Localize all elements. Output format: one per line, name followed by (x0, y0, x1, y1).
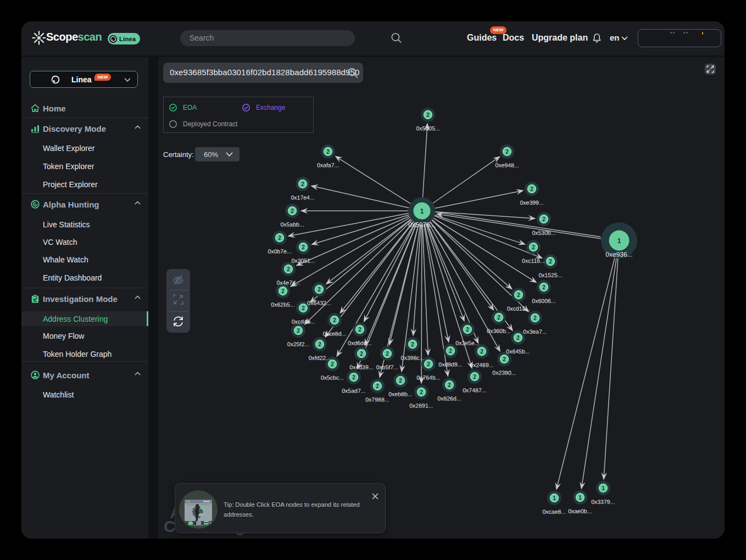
svg-text:2: 2 (516, 335, 520, 341)
svg-text:0x398c...: 0x398c... (401, 355, 425, 361)
svg-text:0x6432...: 0x6432... (307, 299, 331, 306)
svg-text:2: 2 (333, 317, 336, 323)
svg-text:0x2691...: 0x2691... (409, 402, 433, 409)
svg-text:2: 2 (411, 341, 414, 348)
svg-text:0xcd48...: 0xcd48... (292, 318, 315, 324)
svg-text:2: 2 (530, 186, 533, 192)
svg-text:2: 2 (427, 361, 430, 367)
svg-text:2: 2 (466, 327, 469, 333)
svg-text:0x645b...: 0x645b... (506, 348, 530, 355)
svg-text:0x764b...: 0x764b... (416, 374, 440, 381)
svg-text:0x4d39...: 0x4d39... (349, 363, 373, 370)
svg-text:2: 2 (533, 315, 537, 321)
svg-text:0x530b...: 0x530b... (532, 229, 555, 236)
svg-text:2: 2 (426, 112, 430, 118)
svg-text:0x3379...: 0x3379... (591, 499, 615, 505)
svg-text:0x5a05...: 0x5a05... (416, 125, 440, 132)
svg-text:2: 2 (542, 284, 545, 290)
svg-text:0xc116...: 0xc116... (522, 257, 545, 264)
svg-text:2: 2 (318, 341, 321, 348)
svg-text:1: 1 (617, 237, 621, 245)
svg-text:0x5076...: 0x5076... (408, 221, 435, 228)
svg-text:2: 2 (386, 351, 389, 357)
svg-text:0xeb8b...: 0xeb8b... (388, 391, 412, 397)
svg-text:2: 2 (542, 216, 545, 222)
svg-text:2: 2 (302, 305, 305, 311)
svg-text:2: 2 (517, 292, 520, 298)
svg-text:0x7988...: 0x7988... (365, 396, 389, 402)
svg-text:2: 2 (278, 235, 281, 241)
svg-text:0x4e7d...: 0x4e7d... (276, 279, 300, 285)
svg-text:0x17e4...: 0x17e4... (291, 194, 314, 200)
svg-text:0xe936...: 0xe936... (605, 251, 632, 259)
svg-text:0x5ad7...: 0x5ad7... (342, 387, 365, 394)
svg-text:0x360b...: 0x360b... (487, 328, 510, 334)
svg-text:0xce8d...: 0xce8d... (323, 330, 347, 337)
svg-text:2: 2 (497, 315, 500, 321)
svg-text:0xd6dd...: 0xd6dd... (348, 339, 371, 346)
svg-text:2: 2 (549, 259, 552, 265)
svg-text:2: 2 (318, 287, 321, 293)
svg-text:0x6006...: 0x6006... (532, 298, 555, 304)
svg-text:0x3e5e...: 0x3e5e... (455, 340, 479, 346)
svg-text:2: 2 (297, 328, 300, 334)
svg-text:2: 2 (287, 266, 290, 272)
svg-text:0xafa7...: 0xafa7... (317, 161, 339, 168)
svg-text:0x826d...: 0x826d... (437, 395, 461, 402)
svg-text:0x3ea7...: 0x3ea7... (523, 328, 547, 335)
svg-text:2: 2 (358, 327, 361, 333)
svg-text:0x5cbc...: 0x5cbc... (321, 374, 344, 380)
svg-text:2: 2 (480, 349, 483, 355)
svg-text:1: 1 (420, 208, 424, 215)
svg-text:2: 2 (360, 351, 363, 357)
svg-text:0xd8d9...: 0xd8d9... (438, 361, 462, 368)
svg-text:2: 2 (326, 149, 330, 155)
svg-text:0x5abb...: 0x5abb... (280, 221, 304, 227)
svg-text:2: 2 (399, 378, 402, 384)
svg-text:2: 2 (281, 288, 285, 294)
svg-text:0x2051...: 0x2051... (291, 257, 315, 264)
svg-text:0x25f2...: 0x25f2... (287, 340, 309, 347)
svg-text:0xcd15...: 0xcd15... (507, 305, 531, 312)
svg-text:2: 2 (532, 244, 535, 250)
svg-text:1: 1 (553, 495, 556, 501)
svg-text:0xae0b...: 0xae0b... (568, 508, 592, 514)
svg-text:0xe948...: 0xe948... (496, 162, 519, 169)
svg-text:2: 2 (449, 348, 452, 354)
svg-text:0x7487...: 0x7487... (463, 387, 486, 394)
svg-text:0x1525...: 0x1525... (538, 272, 562, 278)
svg-text:2: 2 (376, 383, 379, 389)
svg-text:1: 1 (602, 485, 605, 491)
svg-text:0xfd22...: 0xfd22... (309, 354, 331, 361)
svg-text:0xe399...: 0xe399... (520, 199, 543, 206)
svg-text:0x2390...: 0x2390... (492, 369, 516, 376)
svg-text:2: 2 (352, 374, 355, 380)
svg-text:2: 2 (420, 389, 423, 395)
svg-text:2: 2 (302, 244, 305, 250)
svg-text:1: 1 (578, 495, 582, 501)
svg-text:2: 2 (448, 382, 451, 388)
svg-text:0x2469...: 0x2469... (470, 362, 493, 368)
svg-text:0x62b5...: 0x62b5... (271, 301, 294, 307)
svg-text:2: 2 (505, 149, 509, 155)
svg-text:2: 2 (503, 356, 506, 362)
svg-text:0xb5f7...: 0xb5f7... (376, 364, 398, 371)
svg-text:0x0b7e...: 0x0b7e... (268, 248, 291, 254)
svg-text:2: 2 (301, 181, 304, 187)
svg-text:2: 2 (291, 208, 294, 214)
svg-text:2: 2 (473, 374, 476, 380)
svg-text:2: 2 (331, 361, 334, 367)
svg-text:0xcae8...: 0xcae8... (542, 508, 566, 515)
